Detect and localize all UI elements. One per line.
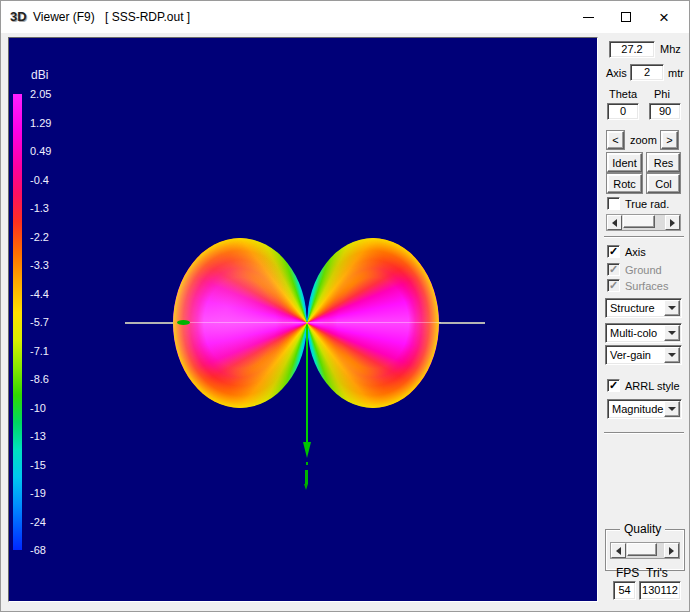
tris-value: 130112	[639, 581, 681, 600]
checkbox-box	[607, 279, 620, 292]
surfaces-checkbox: Surfaces	[607, 279, 668, 292]
scroll-left-icon[interactable]	[607, 215, 622, 230]
colorbar-tick: -13	[30, 429, 64, 443]
colorbar-tick: -8.6	[30, 372, 64, 386]
fps-value: 54	[613, 581, 636, 600]
colorbar-tick: 2.05	[30, 87, 64, 101]
colorbar-tick: -24	[30, 515, 64, 529]
axis-size-label: Axis	[606, 67, 627, 79]
quality-label: Quality	[620, 522, 665, 536]
colorbar-tick: 1.29	[30, 116, 64, 130]
colorbar-tick: -7.1	[30, 344, 64, 358]
gain-type-dropdown-value: Ver-gain	[606, 349, 664, 361]
minimize-button[interactable]	[571, 1, 605, 33]
true-rad-label: True rad.	[625, 198, 669, 210]
gain-colorbar	[13, 94, 22, 550]
scroll-right-icon[interactable]	[665, 215, 680, 230]
colorbar-tick: -3.3	[30, 258, 64, 272]
colorbar-tick: -0.4	[30, 173, 64, 187]
scrollbar-track[interactable]	[622, 215, 665, 230]
checkbox-box	[607, 263, 620, 276]
right-lobe-shading	[307, 238, 439, 408]
scrollbar-thumb[interactable]	[623, 215, 655, 228]
scroll-right-icon[interactable]	[664, 543, 679, 558]
arrl-style-checkbox[interactable]: ARRL style	[607, 379, 680, 392]
axis-label: Axis	[625, 246, 646, 258]
zoom-label: zoom	[630, 134, 657, 146]
colorbar-tick: -4.4	[30, 287, 64, 301]
color-mode-dropdown[interactable]: Multi-colo	[605, 323, 682, 343]
app-window: 3D Viewer (F9) [ SSS-RDP.out ] × dBi 2.0…	[0, 0, 690, 612]
colorbar-tick: -5.7	[30, 315, 64, 329]
axis-size-unit-label: mtr	[668, 67, 684, 79]
checkbox-box	[607, 379, 620, 392]
ground-label: Ground	[625, 264, 662, 276]
maximize-icon	[621, 12, 631, 22]
scroll-left-icon[interactable]	[611, 543, 626, 558]
magnitude-dropdown-value: Magnitude	[608, 403, 664, 415]
chevron-down-icon[interactable]	[664, 325, 680, 341]
colorbar-tick: -2.2	[30, 230, 64, 244]
phi-input[interactable]: 90	[649, 103, 681, 120]
left-lobe-highlight	[173, 238, 307, 408]
colorbar-tick: -1.3	[30, 201, 64, 215]
x-axis-green-marker	[177, 320, 190, 325]
gain-type-dropdown[interactable]: Ver-gain	[605, 345, 682, 365]
axis-checkbox[interactable]: Axis	[607, 245, 646, 258]
close-icon: ×	[659, 9, 669, 26]
axis-size-input[interactable]: 2	[630, 64, 664, 81]
structure-dropdown-value: Structure	[606, 302, 664, 314]
ground-checkbox: Ground	[607, 263, 662, 276]
quality-scrollbar[interactable]	[611, 543, 679, 558]
app-logo-3d-icon: 3D	[10, 9, 27, 24]
z-axis-lower-tip	[304, 484, 308, 490]
structure-dropdown[interactable]: Structure	[605, 298, 682, 318]
arrl-style-label: ARRL style	[625, 380, 680, 392]
checkbox-box	[607, 197, 620, 210]
frequency-unit-label: Mhz	[660, 43, 681, 55]
z-axis-line	[306, 325, 308, 442]
color-mode-dropdown-value: Multi-colo	[606, 327, 664, 339]
3d-viewport[interactable]: dBi 2.05 1.29 0.49 -0.4 -1.3 -2.2 -3.3 -…	[8, 37, 598, 602]
scrollbar-thumb[interactable]	[627, 543, 657, 556]
ident-button[interactable]: Ident	[607, 153, 642, 172]
theta-input[interactable]: 0	[607, 103, 639, 120]
res-button[interactable]: Res	[647, 153, 680, 172]
surfaces-label: Surfaces	[625, 280, 668, 292]
separator	[604, 236, 684, 238]
colorbar-tick-labels: 2.05 1.29 0.49 -0.4 -1.3 -2.2 -3.3 -4.4 …	[30, 87, 64, 557]
rotc-button[interactable]: Rotc	[607, 174, 642, 193]
theta-label: Theta	[609, 88, 637, 100]
zoom-out-button[interactable]: <	[607, 131, 624, 149]
magnitude-dropdown[interactable]: Magnitude	[607, 399, 682, 419]
fps-label: FPS	[616, 566, 639, 580]
separator	[604, 432, 684, 434]
chevron-down-icon[interactable]	[664, 401, 680, 417]
colorbar-tick: -68	[30, 543, 64, 557]
title-bar: 3D Viewer (F9) [ SSS-RDP.out ] ×	[1, 1, 689, 33]
col-button[interactable]: Col	[647, 174, 680, 193]
chevron-down-icon[interactable]	[664, 300, 680, 316]
zoom-in-button[interactable]: >	[661, 131, 678, 149]
control-panel: 27.2 Mhz Axis 2 mtr Theta Phi 0 90 < zoo…	[599, 33, 690, 612]
x-axis-streak	[177, 322, 441, 323]
frequency-input[interactable]: 27.2	[609, 41, 655, 58]
window-title: Viewer (F9)	[33, 10, 95, 24]
z-axis-arrowhead-icon	[303, 442, 311, 458]
z-axis-dot	[306, 462, 308, 465]
scrollbar-track[interactable]	[626, 543, 664, 558]
minimize-icon	[583, 17, 594, 18]
open-file-name: [ SSS-RDP.out ]	[105, 10, 190, 24]
close-button[interactable]: ×	[647, 1, 681, 33]
z-axis-lower-segment	[305, 470, 308, 484]
colorbar-tick: -19	[30, 486, 64, 500]
maximize-button[interactable]	[609, 1, 643, 33]
colorbar-tick: -15	[30, 458, 64, 472]
colorbar-tick: -10	[30, 401, 64, 415]
colorbar-unit-label: dBi	[31, 68, 48, 82]
phi-label: Phi	[654, 88, 670, 100]
chevron-down-icon[interactable]	[664, 347, 680, 363]
tris-label: Tri's	[646, 566, 668, 580]
rotation-scrollbar[interactable]	[607, 215, 680, 230]
true-rad-checkbox[interactable]: True rad.	[607, 197, 669, 210]
